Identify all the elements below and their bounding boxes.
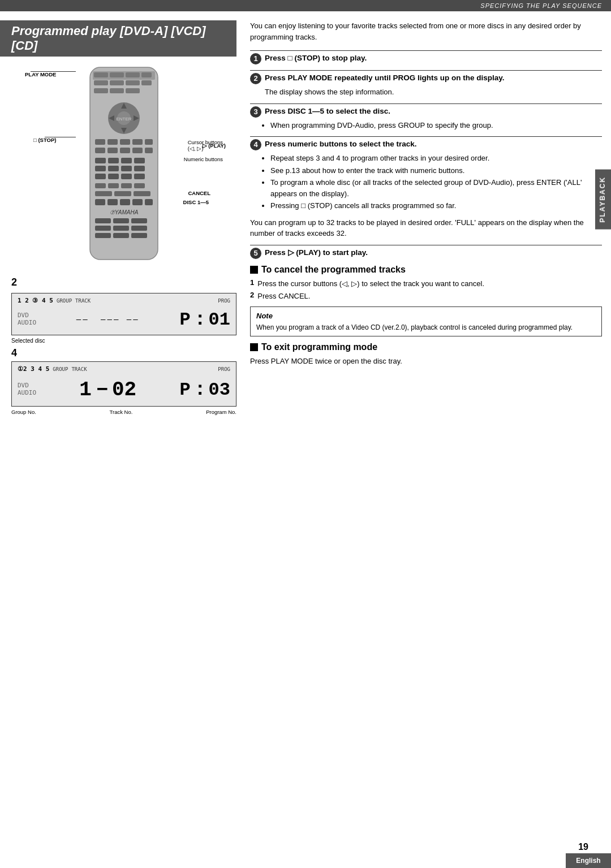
note-title: Note: [256, 310, 596, 322]
display-section: 2 1 2 ③ 4 5 GROUP TRACK PROG DVD AUDIO —…: [11, 277, 236, 415]
page-header: SPECIFYING THE PLAY SEQUENCE: [0, 0, 611, 11]
step-3-block: 3 Press DISC 1—5 to select the disc. Whe…: [250, 103, 602, 131]
remote-svg: ENTER: [76, 64, 172, 268]
step5-title: Press ▷ (PLAY) to start play.: [265, 248, 368, 258]
display4-prog-num: P：03: [179, 377, 230, 401]
cancel-step1-num: 1: [250, 278, 254, 287]
display2-dashes: ——: [76, 314, 89, 323]
track-no-label: Track No.: [110, 409, 133, 415]
step3-title: Press DISC 1—5 to select the disc.: [265, 106, 390, 117]
right-column: You can enjoy listening to your favorite…: [243, 11, 611, 863]
svg-rect-55: [95, 218, 111, 223]
svg-rect-9: [141, 80, 152, 85]
svg-rect-50: [107, 199, 118, 205]
svg-rect-57: [131, 218, 147, 223]
step5-num: 5: [250, 248, 261, 259]
svg-rect-12: [126, 88, 140, 93]
svg-rect-38: [95, 174, 106, 179]
cancel-black-square: [250, 266, 258, 274]
cancel-label: CANCEL: [188, 190, 210, 196]
exit-section-header: To exit programming mode: [250, 342, 602, 352]
display-box-4: ①2 3 4 5 GROUP TRACK PROG DVD AUDIO 1－02…: [11, 361, 236, 407]
svg-rect-24: [145, 139, 153, 145]
cancel-step2-text: Press CANCEL.: [257, 291, 310, 302]
svg-rect-28: [132, 148, 143, 153]
cancel-steps: 1 Press the cursor buttons (◁, ▷) to sel…: [250, 278, 602, 302]
selected-disc-label: Selected disc: [11, 338, 236, 344]
display-box-2: 1 2 ③ 4 5 GROUP TRACK PROG DVD AUDIO —— …: [11, 293, 236, 335]
display4-sublabels: Group No. Track No. Program No.: [11, 409, 236, 415]
svg-text:⑦YAMAHA: ⑦YAMAHA: [110, 209, 139, 215]
svg-rect-33: [134, 158, 145, 163]
svg-rect-32: [121, 158, 132, 163]
svg-rect-61: [95, 233, 111, 238]
intro-text: You can enjoy listening to your favorite…: [250, 20, 602, 42]
svg-rect-27: [120, 148, 130, 153]
header-title: SPECIFYING THE PLAY SEQUENCE: [480, 2, 602, 9]
svg-rect-44: [121, 183, 132, 188]
svg-rect-6: [94, 80, 108, 85]
language-tab: English: [566, 853, 611, 868]
svg-rect-10: [94, 88, 108, 93]
svg-rect-29: [145, 148, 153, 153]
svg-rect-4: [126, 72, 140, 77]
middle-text: You can program up to 32 tracks to be pl…: [250, 217, 602, 239]
exit-section-title: To exit programming mode: [261, 342, 377, 352]
step-5-block: 5 Press ▷ (PLAY) to start play.: [250, 245, 602, 259]
step-2-block: 2 Press PLAY MODE repeatedly until PROG …: [250, 70, 602, 98]
step3-bullets: When programming DVD-Audio, press GROUP …: [250, 120, 602, 131]
cancel-section-header: To cancel the programmed tracks: [250, 265, 602, 275]
svg-rect-22: [120, 139, 130, 145]
step4-bullet-3: To program a whole disc (or all tracks o…: [270, 177, 602, 199]
svg-rect-39: [108, 174, 119, 179]
step3-bullet-1: When programming DVD-Audio, press GROUP …: [270, 120, 602, 131]
exit-section-text: Press PLAY MODE twice or open the disc t…: [250, 356, 602, 367]
stop-label: □ (STOP): [33, 137, 56, 143]
step2-label: 2: [11, 277, 17, 288]
display4-discs: ①2 3 4 5: [18, 365, 49, 373]
step4-bullet-2: See p.13 about how to enter the track wi…: [270, 165, 602, 176]
svg-rect-2: [94, 72, 108, 77]
display2-prog-num: P：01: [179, 306, 230, 331]
display4-audio: AUDIO: [18, 389, 36, 396]
page-number: 19: [578, 842, 588, 852]
svg-rect-35: [108, 166, 119, 171]
numeric-label: Numeric buttons: [184, 156, 223, 162]
display4-dvd: DVD: [18, 382, 36, 389]
svg-rect-59: [113, 226, 129, 231]
cancel-step2-num: 2: [250, 291, 254, 299]
svg-rect-37: [134, 166, 145, 171]
svg-rect-31: [108, 158, 119, 163]
svg-rect-47: [114, 191, 131, 196]
svg-rect-23: [132, 139, 143, 145]
svg-rect-51: [120, 199, 130, 205]
note-box: Note When you program a track of a Video…: [250, 306, 602, 337]
display2-dvd: DVD: [18, 312, 36, 319]
left-column: Programmed play [DVD-A] [VCD] [CD]: [0, 11, 243, 863]
svg-rect-46: [95, 191, 112, 196]
step1-num: 1: [250, 53, 261, 64]
svg-text:ENTER: ENTER: [116, 116, 131, 122]
cancel-step-1: 1 Press the cursor buttons (◁, ▷) to sel…: [250, 278, 602, 290]
disc-label: DISC 1—5: [183, 199, 209, 205]
svg-rect-49: [95, 199, 105, 205]
exit-black-square: [250, 343, 258, 351]
svg-rect-20: [95, 139, 105, 145]
svg-rect-48: [134, 191, 150, 196]
note-text: When you program a track of a Video CD (…: [256, 322, 596, 332]
svg-rect-63: [131, 233, 147, 238]
svg-rect-11: [110, 88, 124, 93]
svg-rect-21: [107, 139, 118, 145]
display2-discs: 1 2 ③ 4 5: [18, 297, 53, 304]
display2-prog: PROG: [218, 298, 230, 304]
play-mode-label: PLAY MODE: [25, 71, 56, 77]
svg-rect-36: [121, 166, 132, 171]
playback-tab: PLAYBACK: [595, 170, 611, 230]
svg-rect-5: [141, 72, 152, 77]
step3-num: 3: [250, 106, 261, 118]
step4-title: Press numeric buttons to select the trac…: [265, 139, 417, 150]
svg-rect-62: [113, 233, 129, 238]
remote-illustration: ENTER: [11, 64, 236, 270]
svg-rect-52: [132, 199, 143, 205]
group-no-label: Group No.: [11, 409, 36, 415]
